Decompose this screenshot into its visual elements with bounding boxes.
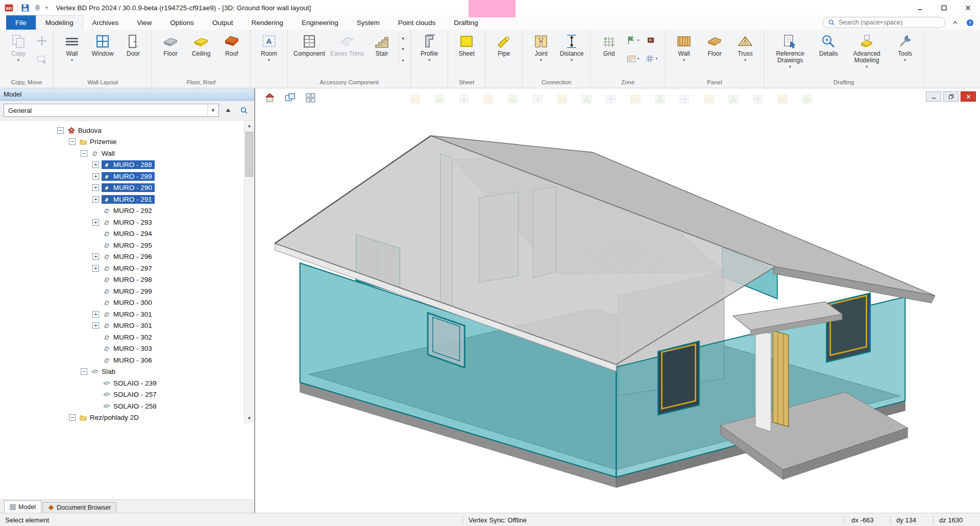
tree-item-content[interactable]: MURO - 297 <box>102 264 155 273</box>
tree-item-muro-288[interactable]: +MURO - 288 <box>0 159 244 171</box>
wall-button[interactable]: Wall▾ <box>669 32 699 63</box>
tab-model[interactable]: Model <box>4 500 41 513</box>
room-button[interactable]: ARoom▾ <box>254 32 284 63</box>
ceiling-button[interactable]: Ceiling <box>186 32 216 58</box>
close-button[interactable] <box>956 0 980 15</box>
tree-item-muro-300[interactable]: MURO - 300 <box>0 297 244 309</box>
tree-item-muro-301[interactable]: +MURO - 301 <box>0 320 244 332</box>
tab-rendering[interactable]: Rendering <box>242 15 292 30</box>
door-button[interactable]: Door <box>118 32 148 58</box>
copy-button[interactable]: Copy▾ <box>4 32 33 63</box>
tab-system[interactable]: System <box>348 15 389 30</box>
expand-icon[interactable]: + <box>92 173 99 180</box>
tab-point-clouds[interactable]: Point clouds <box>389 15 445 30</box>
window-button[interactable]: Window <box>88 32 117 58</box>
save-icon[interactable] <box>21 4 30 12</box>
tree-item-content[interactable]: SOLAIO - 257 <box>102 390 159 399</box>
tree-item-muro-294[interactable]: MURO - 294 <box>0 228 244 240</box>
tree-item-content[interactable]: MURO - 302 <box>102 333 155 342</box>
minigrid-button[interactable]: ▾ <box>643 52 658 66</box>
notifications-bell-icon[interactable] <box>33 4 42 12</box>
tree-item-muro-301[interactable]: +MURO - 301 <box>0 308 244 320</box>
tree-item-content[interactable]: Rez/pohlady 2D <box>78 413 141 422</box>
tree-item-muro-306[interactable]: MURO - 306 <box>0 354 244 366</box>
tab-archives[interactable]: Archives <box>83 15 128 30</box>
tree-item-muro-291[interactable]: +MURO - 291 <box>0 194 244 205</box>
tree-item-content[interactable]: MURO - 293 <box>102 218 155 227</box>
collapse-icon[interactable]: − <box>69 414 76 421</box>
house-3d-model[interactable] <box>256 88 980 513</box>
tree-item-content[interactable]: MURO - 301 <box>102 310 155 319</box>
tree-item-muro-292[interactable]: MURO - 292 <box>0 205 244 217</box>
eaves-trims-button[interactable]: Eaves Trims <box>328 32 366 58</box>
tree-item-solaio-258[interactable]: SOLAIO - 258 <box>0 400 244 412</box>
tab-document-browser[interactable]: Document Browser <box>42 502 116 513</box>
scroll-down-arrow-icon[interactable]: ▼ <box>244 413 254 423</box>
details-button[interactable]: Details <box>814 32 843 58</box>
help-button[interactable]: ? <box>965 17 975 28</box>
tree-item-content[interactable]: Wall <box>90 149 117 158</box>
viewport-close-button[interactable] <box>961 91 976 102</box>
viewport-restore-button[interactable] <box>943 91 959 102</box>
tree-item-content[interactable]: MURO - 295 <box>102 241 155 250</box>
tree-scrollbar[interactable]: ▲ ▼ <box>244 121 254 423</box>
tree-item-content[interactable]: MURO - 291 <box>102 195 155 204</box>
advanced-modeling-button[interactable]: Advanced Modeling▾ <box>844 32 889 69</box>
gallery-scroll-up-button[interactable]: ▲ <box>399 32 407 43</box>
tree-item-content[interactable]: MURO - 289 <box>102 172 155 181</box>
tree-item-content[interactable]: MURO - 303 <box>102 344 155 353</box>
gallery-scroll-down-button[interactable]: ▼ <box>399 43 407 55</box>
collapse-icon[interactable]: − <box>69 138 76 145</box>
home-view-button[interactable] <box>262 91 277 104</box>
tree-item-budova[interactable]: −Budova <box>0 125 244 136</box>
filter-combobox[interactable]: General ▼ <box>4 104 219 117</box>
tab-output[interactable]: Output <box>203 15 242 30</box>
grid-view-button[interactable] <box>303 91 317 104</box>
tree-item-content[interactable]: MURO - 301 <box>102 321 155 330</box>
tree-item-muro-302[interactable]: MURO - 302 <box>0 331 244 343</box>
tab-file[interactable]: File <box>6 15 36 30</box>
gallery-more-button[interactable]: ▾ <box>399 55 407 66</box>
tree-item-muro-289[interactable]: +MURO - 289 <box>0 171 244 182</box>
cascade-windows-button[interactable] <box>283 91 297 104</box>
expand-icon[interactable]: + <box>92 311 99 318</box>
viewport-minimize-button[interactable] <box>926 91 941 102</box>
collapse-ribbon-button[interactable] <box>950 17 960 28</box>
expand-icon[interactable]: + <box>92 253 99 260</box>
tree-item-slab[interactable]: −Slab <box>0 366 244 378</box>
tree-item-content[interactable]: MURO - 292 <box>102 206 155 215</box>
marquee-button[interactable] <box>34 52 50 66</box>
collapse-icon[interactable]: − <box>81 368 87 375</box>
reference-drawings-button[interactable]: Reference Drawings▾ <box>768 32 813 69</box>
distance-button[interactable]: Distance▾ <box>557 32 586 63</box>
tree-item-content[interactable]: MURO - 298 <box>102 275 155 284</box>
expand-icon[interactable]: + <box>92 196 99 203</box>
tab-drafting[interactable]: Drafting <box>445 15 487 30</box>
tree-item-muro-293[interactable]: +MURO - 293 <box>0 217 244 228</box>
tree-item-muro-296[interactable]: +MURO - 296 <box>0 251 244 263</box>
tree-item-solaio-239[interactable]: SOLAIO - 239 <box>0 377 244 389</box>
component-button[interactable]: Component <box>291 32 327 58</box>
tree-item-prizemie[interactable]: −Prizemie <box>0 136 244 148</box>
zone-box-button[interactable] <box>643 33 658 47</box>
tree-item-content[interactable]: MURO - 290 <box>102 183 155 192</box>
maximize-button[interactable] <box>932 0 956 15</box>
sort-up-button[interactable] <box>222 104 235 117</box>
floor-button[interactable]: Floor <box>700 32 729 58</box>
tree-item-content[interactable]: SOLAIO - 239 <box>102 379 159 388</box>
tab-view[interactable]: View <box>128 15 161 30</box>
search-input[interactable] <box>839 19 940 26</box>
minimize-button[interactable] <box>908 0 932 15</box>
quick-access-caret-icon[interactable]: ▾ <box>45 5 48 10</box>
tree-item-rez-pohlady-2d[interactable]: −Rez/pohlady 2D <box>0 412 244 424</box>
expand-icon[interactable]: + <box>92 184 99 191</box>
collapse-icon[interactable]: − <box>81 150 87 157</box>
expand-icon[interactable]: + <box>92 265 99 272</box>
tree-item-content[interactable]: Prizemie <box>78 137 119 146</box>
scrollbar-thumb[interactable] <box>246 132 253 177</box>
scroll-up-arrow-icon[interactable]: ▲ <box>244 121 254 131</box>
zone-flag-button[interactable]: ▾ <box>625 33 640 47</box>
combobox-arrow-icon[interactable]: ▼ <box>207 104 218 116</box>
move-button[interactable] <box>34 34 50 48</box>
search-box[interactable] <box>823 17 945 28</box>
